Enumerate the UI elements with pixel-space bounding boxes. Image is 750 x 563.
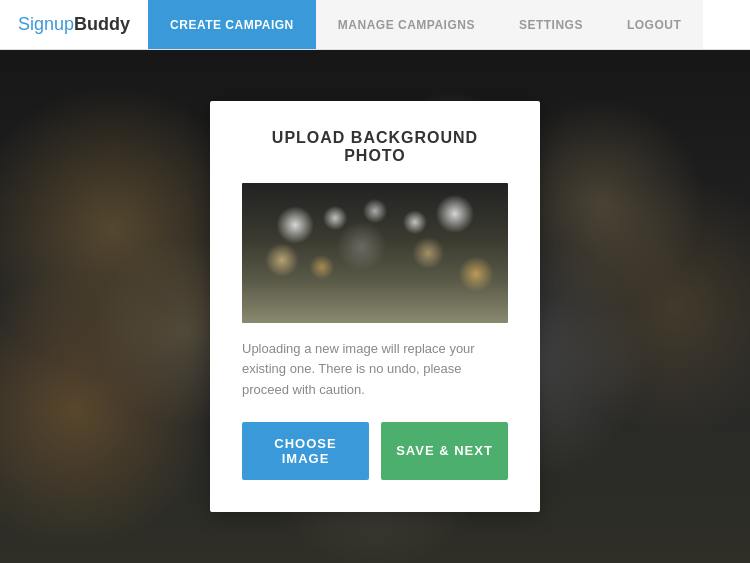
choose-image-button[interactable]: CHOOSE IMAGE: [242, 422, 369, 480]
upload-photo-modal: UPLOAD BACKGROUND PHOTO Uploading a new …: [210, 101, 540, 511]
modal-description: Uploading a new image will replace your …: [242, 339, 508, 399]
image-preview: [242, 183, 508, 323]
logo-buddy: Buddy: [74, 14, 130, 34]
nav-logout[interactable]: LOGOUT: [605, 0, 703, 49]
navbar: SignupBuddy CREATE CAMPAIGN MANAGE CAMPA…: [0, 0, 750, 50]
nav-buttons: CREATE CAMPAIGN MANAGE CAMPAIGNS SETTING…: [148, 0, 750, 49]
logo: SignupBuddy: [0, 14, 148, 35]
modal-actions: CHOOSE IMAGE SAVE & NEXT: [242, 422, 508, 480]
preview-image-content: [242, 183, 508, 323]
logo-signup: Signup: [18, 14, 74, 34]
nav-manage-campaigns[interactable]: MANAGE CAMPAIGNS: [316, 0, 497, 49]
save-next-button[interactable]: SAVE & NEXT: [381, 422, 508, 480]
nav-create-campaign[interactable]: CREATE CAMPAIGN: [148, 0, 316, 49]
modal-title: UPLOAD BACKGROUND PHOTO: [242, 129, 508, 165]
modal-overlay: UPLOAD BACKGROUND PHOTO Uploading a new …: [0, 50, 750, 563]
nav-settings[interactable]: SETTINGS: [497, 0, 605, 49]
